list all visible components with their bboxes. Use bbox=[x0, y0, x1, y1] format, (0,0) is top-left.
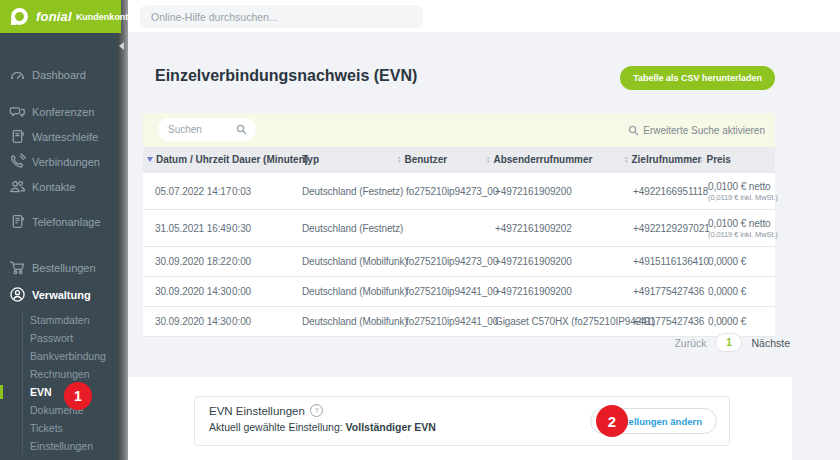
admin-icon bbox=[9, 286, 26, 303]
sidebar-collapse-icon[interactable] bbox=[119, 42, 124, 50]
cell-absender: +4972161909200 bbox=[495, 256, 633, 267]
download-csv-button[interactable]: Tabelle als CSV herunterladen bbox=[620, 66, 775, 90]
sidebar-item-label: Verbindungen bbox=[32, 156, 100, 168]
app-window: DashboardKonferenzenWarteschleifeVerbind… bbox=[0, 0, 840, 460]
settings-current-value: Vollständiger EVN bbox=[346, 421, 436, 433]
sort-icon: ▲▼ bbox=[397, 156, 401, 163]
sort-icon: ▲▼ bbox=[699, 156, 703, 163]
sidebar-item-dashboard[interactable]: Dashboard bbox=[0, 62, 118, 87]
sidebar-item-konferenzen[interactable]: Konferenzen bbox=[0, 99, 118, 124]
conference-icon bbox=[9, 103, 26, 120]
column-label: Preis bbox=[706, 154, 730, 165]
sidebar-item-label: Dashboard bbox=[32, 69, 86, 81]
column-header-datum-uhrzeit[interactable]: Datum / Uhrzeit bbox=[143, 154, 232, 165]
sidebar-item-bestellungen[interactable]: Bestellungen bbox=[0, 255, 118, 280]
cell-datum: 30.09.2020 14:30 bbox=[143, 286, 232, 297]
sort-icon: ▲▼ bbox=[624, 156, 628, 163]
cell-preis: 0,0000 € bbox=[708, 256, 775, 267]
cell-benutzer: fo275210ip94241_00 bbox=[406, 316, 495, 327]
cell-absender: +4972161909202 bbox=[495, 223, 633, 234]
cell-typ: Deutschland (Festnetz) bbox=[302, 186, 406, 197]
sidebar-item-verbindungen[interactable]: Verbindungen bbox=[0, 149, 118, 174]
sidebar-item-warteschleife[interactable]: Warteschleife bbox=[0, 124, 118, 149]
orders-icon bbox=[9, 259, 26, 276]
cell-absender: Gigaset C570HX (fo275210IP94241) bbox=[495, 316, 633, 327]
column-label: Datum / Uhrzeit bbox=[156, 154, 229, 165]
pagination-prev[interactable]: Zurück bbox=[674, 337, 706, 349]
cell-datum: 30.09.2020 18:22 bbox=[143, 256, 232, 267]
annotation-step-2-badge: 2 bbox=[596, 405, 628, 437]
column-header-dauer-minuten[interactable]: Dauer (Minuten) bbox=[232, 154, 302, 165]
sidebar-item-telefonanlage[interactable]: Telefonanlage bbox=[0, 209, 118, 234]
sidebar-item-label: Telefonanlage bbox=[32, 216, 101, 228]
cell-dauer: 0:00 bbox=[232, 316, 302, 327]
cell-typ: Deutschland (Festnetz) bbox=[302, 223, 406, 234]
column-label: Dauer (Minuten) bbox=[232, 154, 308, 165]
brand-name: fonial bbox=[36, 9, 72, 24]
sidebar-item-label: Verwaltung bbox=[32, 289, 91, 301]
sidebar-nav: DashboardKonferenzenWarteschleifeVerbind… bbox=[0, 33, 118, 455]
cell-typ: Deutschland (Mobilfunk) bbox=[302, 286, 406, 297]
evn-table-panel: Suchen Erweiterte Suche aktivieren Datum… bbox=[143, 113, 775, 337]
table-search-placeholder: Suchen bbox=[168, 124, 202, 135]
help-search-input[interactable]: Online-Hilfe durchsuchen... bbox=[140, 5, 423, 28]
advanced-search-link[interactable]: Erweiterte Suche aktivieren bbox=[628, 113, 765, 147]
sidebar-subitem-bankverbindung[interactable]: Bankverbindung bbox=[23, 347, 118, 365]
table-row[interactable]: 30.09.2020 14:300:00Deutschland (Mobilfu… bbox=[143, 276, 775, 306]
help-icon[interactable]: ? bbox=[310, 404, 323, 417]
sidebar-item-label: Konferenzen bbox=[32, 106, 94, 118]
page-title: Einzelverbindungsnachweis (EVN) bbox=[155, 67, 417, 85]
column-header-benutzer[interactable]: ▲▼Benutzer bbox=[406, 154, 495, 165]
column-header-zielrufnummer[interactable]: ▲▼Zielrufnummer bbox=[633, 154, 708, 165]
sidebar: DashboardKonferenzenWarteschleifeVerbind… bbox=[0, 0, 118, 460]
settings-card-title: EVN Einstellungen bbox=[209, 405, 305, 417]
cell-benutzer: fo275210ip94273_00 bbox=[406, 186, 495, 197]
sidebar-divider bbox=[118, 0, 128, 460]
column-label: Zielrufnummer bbox=[631, 154, 701, 165]
cell-ziel: +491775427436 bbox=[633, 316, 708, 327]
column-header-typ[interactable]: Typ bbox=[302, 154, 406, 165]
cell-datum: 05.07.2022 14:17 bbox=[143, 186, 232, 197]
fonial-logo-icon bbox=[11, 8, 28, 25]
brand-logo[interactable]: fonial Kundenkonto bbox=[0, 0, 121, 33]
contacts-icon bbox=[9, 178, 26, 195]
cell-benutzer: fo275210ip94241_00 bbox=[406, 286, 495, 297]
topbar: Online-Hilfe durchsuchen... bbox=[128, 0, 840, 33]
column-label: Benutzer bbox=[404, 154, 447, 165]
cell-datum: 31.05.2021 16:49 bbox=[143, 223, 232, 234]
cell-dauer: 0:03 bbox=[232, 186, 302, 197]
settings-current-label: Aktuell gewählte Einstellung: bbox=[209, 421, 343, 433]
column-header-absenderrufnummer[interactable]: ▲▼Absenderrufnummer bbox=[495, 154, 633, 165]
table-row[interactable]: 05.07.2022 14:170:03Deutschland (Festnet… bbox=[143, 172, 775, 209]
main-area: Online-Hilfe durchsuchen... Einzelverbin… bbox=[128, 0, 840, 460]
cell-ziel: +491775427436 bbox=[633, 286, 708, 297]
cell-benutzer: fo275210ip94273_00 bbox=[406, 256, 495, 267]
cell-datum: 30.09.2020 14:30 bbox=[143, 316, 232, 327]
sidebar-subitem-rechnungen[interactable]: Rechnungen bbox=[23, 365, 118, 383]
pagination-current-page[interactable]: 1 bbox=[715, 333, 742, 352]
search-icon bbox=[236, 124, 247, 135]
sidebar-subitem-stammdaten[interactable]: Stammdaten bbox=[23, 311, 118, 329]
column-header-preis[interactable]: ▲▼Preis bbox=[708, 154, 775, 165]
sidebar-item-label: Kontakte bbox=[32, 181, 75, 193]
table-search-input[interactable]: Suchen bbox=[158, 118, 256, 141]
table-row[interactable]: 30.09.2020 18:220:00Deutschland (Mobilfu… bbox=[143, 246, 775, 276]
sidebar-item-verwaltung[interactable]: Verwaltung bbox=[0, 282, 118, 307]
advanced-search-label: Erweiterte Suche aktivieren bbox=[643, 125, 765, 136]
connections-icon bbox=[9, 153, 26, 170]
settings-current-line: Aktuell gewählte Einstellung: Vollständi… bbox=[209, 421, 436, 433]
pagination-next[interactable]: Nächste bbox=[751, 337, 790, 349]
sidebar-subitem-einstellungen[interactable]: Einstellungen bbox=[23, 437, 118, 455]
cell-typ: Deutschland (Mobilfunk) bbox=[302, 316, 406, 327]
sidebar-subitem-tickets[interactable]: Tickets bbox=[23, 419, 118, 437]
cell-dauer: 0:00 bbox=[232, 256, 302, 267]
cell-preis: 0,0000 € bbox=[708, 316, 775, 327]
sort-desc-icon bbox=[147, 157, 153, 162]
sidebar-item-label: Warteschleife bbox=[32, 131, 98, 143]
brand-suffix: Kundenkonto bbox=[76, 12, 134, 22]
evn-settings-card: EVN Einstellungen ? Aktuell gewählte Ein… bbox=[194, 396, 730, 446]
table-body: 05.07.2022 14:170:03Deutschland (Festnet… bbox=[143, 172, 775, 337]
sidebar-item-kontakte[interactable]: Kontakte bbox=[0, 174, 118, 199]
sidebar-subitem-passwort[interactable]: Passwort bbox=[23, 329, 118, 347]
table-row[interactable]: 31.05.2021 16:490:30Deutschland (Festnet… bbox=[143, 209, 775, 246]
